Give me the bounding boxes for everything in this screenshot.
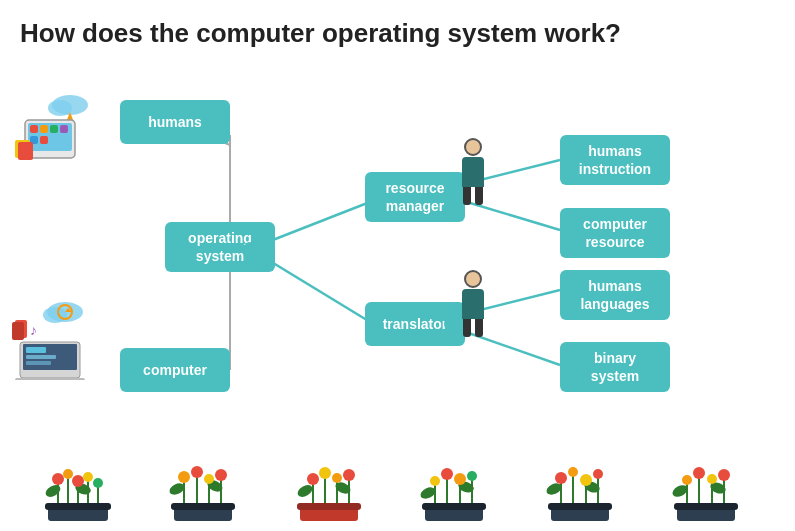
svg-point-59	[215, 469, 227, 481]
flower-4	[415, 461, 505, 531]
node-binary-system: binary system	[560, 342, 670, 392]
svg-point-24	[43, 307, 67, 323]
svg-rect-35	[15, 378, 85, 380]
node-humans: humans	[120, 100, 230, 144]
svg-point-80	[430, 476, 440, 486]
phone-illustration	[10, 90, 110, 170]
svg-point-41	[43, 483, 62, 500]
svg-point-47	[93, 478, 103, 488]
svg-line-4	[260, 200, 375, 245]
person-translator	[462, 270, 484, 337]
node-humans-instruction: humans instruction	[560, 135, 670, 185]
svg-point-71	[343, 469, 355, 481]
node-operating-system: operating system	[165, 222, 275, 272]
svg-point-82	[454, 473, 466, 485]
svg-point-44	[63, 469, 73, 479]
svg-rect-22	[18, 142, 33, 160]
person-leg-left-2	[463, 319, 471, 337]
svg-point-58	[204, 474, 214, 484]
svg-rect-20	[40, 136, 48, 144]
svg-point-46	[83, 472, 93, 482]
svg-point-45	[72, 475, 84, 487]
svg-point-70	[332, 473, 342, 483]
flower-3	[290, 461, 380, 531]
svg-rect-17	[50, 125, 58, 133]
person-leg-right	[475, 187, 483, 205]
person-head-2	[464, 270, 482, 288]
svg-point-93	[568, 467, 578, 477]
svg-rect-15	[30, 125, 38, 133]
svg-point-69	[319, 467, 331, 479]
person-leg-left	[463, 187, 471, 205]
person-body	[462, 157, 484, 187]
svg-rect-18	[60, 125, 68, 133]
svg-point-107	[718, 469, 730, 481]
svg-rect-97	[548, 503, 612, 510]
person-legs	[463, 187, 483, 205]
svg-rect-109	[674, 503, 738, 510]
svg-rect-33	[26, 355, 56, 359]
svg-point-104	[682, 475, 692, 485]
diagram-area: humans computer operating system resourc…	[0, 70, 795, 490]
dot-operating-system	[244, 242, 256, 254]
person-leg-right-2	[475, 319, 483, 337]
svg-rect-28	[12, 322, 24, 340]
person-legs-2	[463, 319, 483, 337]
dot-translator	[444, 318, 456, 330]
svg-point-83	[467, 471, 477, 481]
svg-point-68	[307, 473, 319, 485]
laptop-illustration: ♪	[10, 300, 110, 380]
person-head	[464, 138, 482, 156]
svg-point-11	[48, 100, 72, 116]
svg-rect-61	[171, 503, 235, 510]
svg-rect-73	[297, 503, 361, 510]
svg-line-5	[260, 255, 375, 325]
flower-6	[667, 461, 757, 531]
svg-point-94	[580, 474, 592, 486]
svg-rect-49	[45, 503, 111, 510]
svg-rect-34	[26, 361, 51, 365]
svg-point-81	[441, 468, 453, 480]
svg-point-57	[191, 466, 203, 478]
person-body-2	[462, 289, 484, 319]
person-resource	[462, 138, 484, 205]
dot-resource-manager	[444, 191, 456, 203]
flower-1	[38, 461, 128, 531]
node-computer-resource: computer resource	[560, 208, 670, 258]
flowers-container	[0, 451, 795, 531]
svg-point-43	[52, 473, 64, 485]
flower-5	[541, 461, 631, 531]
svg-rect-85	[422, 503, 486, 510]
node-computer: computer	[120, 348, 230, 392]
svg-point-105	[693, 467, 705, 479]
svg-point-56	[178, 471, 190, 483]
svg-point-92	[555, 472, 567, 484]
svg-point-66	[295, 483, 314, 500]
svg-text:♪: ♪	[30, 322, 37, 338]
svg-rect-32	[26, 347, 46, 353]
page-title: How does the computer operating system w…	[0, 0, 795, 49]
svg-point-95	[593, 469, 603, 479]
flower-2	[164, 461, 254, 531]
node-humans-languages: humans languages	[560, 270, 670, 320]
svg-rect-16	[40, 125, 48, 133]
svg-point-106	[707, 474, 717, 484]
